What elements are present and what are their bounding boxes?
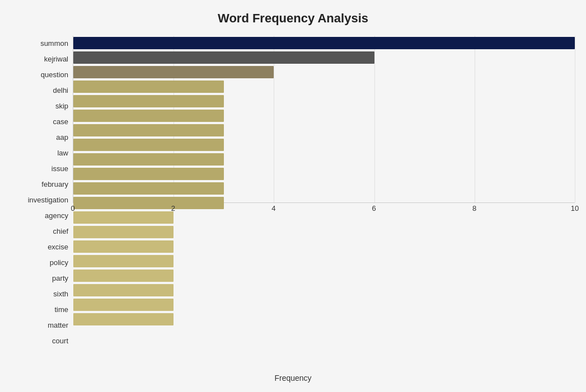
- y-label: time: [11, 302, 73, 318]
- grid-line: [575, 36, 575, 202]
- bar-row: [73, 108, 575, 123]
- x-tick-label: 6: [372, 204, 376, 212]
- bar-row: [73, 94, 575, 108]
- y-label: aap: [11, 130, 73, 145]
- bar-row: [73, 50, 575, 65]
- y-axis: summonkejriwalquestiondelhiskipcaseaapla…: [11, 36, 73, 203]
- x-tick-label: 8: [472, 204, 476, 212]
- bar: [73, 37, 575, 49]
- bar: [73, 153, 224, 166]
- bar-row: [73, 167, 575, 181]
- x-tick-label: 4: [271, 204, 275, 212]
- plot-area: [73, 36, 575, 203]
- bar-row: [73, 79, 575, 94]
- bar-row: [73, 181, 575, 196]
- y-label: chief: [11, 224, 73, 239]
- chart-title: Word Frequency Analysis: [11, 11, 575, 26]
- y-label: party: [11, 271, 73, 286]
- y-label: court: [11, 333, 73, 349]
- x-axis: 0246810: [73, 204, 575, 371]
- bar: [73, 124, 224, 136]
- x-axis-title: Frequency: [11, 374, 575, 382]
- x-tick-label: 0: [71, 204, 74, 212]
- y-label: question: [11, 67, 73, 83]
- y-label: sixth: [11, 286, 73, 302]
- bar: [73, 110, 224, 122]
- y-label: excise: [11, 239, 73, 255]
- bar-row: [73, 65, 575, 79]
- y-label: issue: [11, 161, 73, 177]
- y-label: skip: [11, 98, 73, 114]
- y-label: law: [11, 145, 73, 161]
- bar: [73, 168, 224, 180]
- bar: [73, 182, 224, 195]
- y-label: matter: [11, 318, 73, 333]
- y-label: february: [11, 177, 73, 192]
- y-label: policy: [11, 255, 73, 271]
- bar-row: [73, 138, 575, 152]
- bar: [73, 95, 224, 107]
- x-tick-label: 10: [571, 204, 579, 212]
- y-label: case: [11, 114, 73, 130]
- bar-row: [73, 36, 575, 50]
- x-tick-label: 2: [171, 204, 175, 212]
- bar: [73, 51, 374, 64]
- y-label: kejriwal: [11, 51, 73, 67]
- y-label: investigation: [11, 192, 73, 208]
- y-label: delhi: [11, 83, 73, 98]
- bar: [73, 139, 224, 151]
- bar: [73, 66, 274, 78]
- chart-container: Word Frequency Analysis summonkejriwalqu…: [0, 0, 586, 392]
- y-label: summon: [11, 36, 73, 51]
- y-label: agency: [11, 208, 73, 224]
- bar-row: [73, 152, 575, 167]
- bar: [73, 81, 224, 93]
- bar-row: [73, 123, 575, 138]
